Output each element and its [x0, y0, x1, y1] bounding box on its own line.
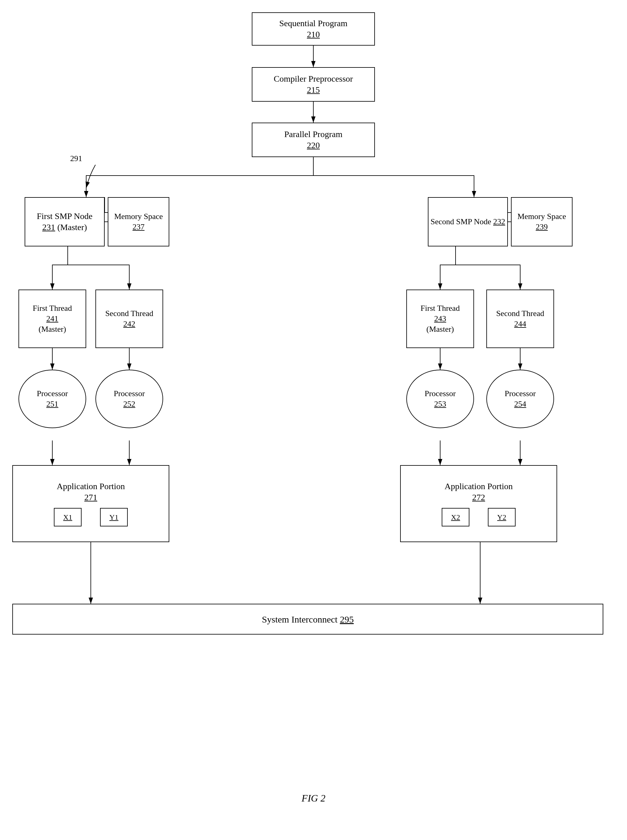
first-thread-241-sub: (Master)	[38, 324, 66, 335]
processor-254-id: 254	[514, 399, 526, 409]
x1-label: X1	[63, 513, 72, 522]
y1-label: Y1	[109, 513, 118, 522]
sequential-program-box: Sequential Program 210	[252, 12, 375, 46]
app-portion-272-box: Application Portion 272 X2 Y2	[400, 465, 557, 542]
processor-252-id: 252	[123, 399, 135, 409]
sequential-program-label: Sequential Program	[279, 18, 348, 29]
compiler-preprocessor-label: Compiler Preprocessor	[274, 73, 353, 84]
first-smp-node-id: 231 (Master)	[42, 222, 87, 233]
fig-label: FIG 2	[302, 793, 325, 804]
app-portion-271-label: Application Portion	[57, 481, 125, 492]
processor-253-id: 253	[434, 399, 446, 409]
memory-space-237-label: Memory Space	[114, 211, 163, 222]
first-thread-243-id: 243	[434, 314, 446, 324]
first-thread-241-box: First Thread 241 (Master)	[19, 289, 86, 348]
first-smp-node-box: First SMP Node 231 (Master)	[25, 197, 105, 246]
memory-space-237-id: 237	[133, 222, 145, 232]
app-portion-271-id: 271	[84, 492, 97, 503]
y2-box: Y2	[488, 508, 515, 526]
sequential-program-id: 210	[307, 29, 320, 40]
x1-box: X1	[54, 508, 82, 526]
second-thread-242-id: 242	[123, 319, 135, 329]
processor-251-label: Processor	[37, 388, 68, 399]
second-thread-244-label: Second Thread	[496, 308, 544, 319]
processor-254-ellipse: Processor 254	[486, 369, 554, 428]
processor-253-ellipse: Processor 253	[406, 369, 474, 428]
label-291: 291	[70, 154, 82, 163]
y1-box: Y1	[100, 508, 128, 526]
first-smp-node-label: First SMP Node	[37, 211, 92, 222]
second-thread-242-label: Second Thread	[105, 308, 153, 319]
second-thread-242-box: Second Thread 242	[95, 289, 163, 348]
processor-253-label: Processor	[424, 388, 455, 399]
memory-space-239-label: Memory Space	[517, 211, 566, 222]
second-thread-244-id: 244	[514, 319, 526, 329]
app-portion-271-box: Application Portion 271 X1 Y1	[12, 465, 169, 542]
first-thread-241-label: First Thread	[33, 303, 72, 314]
second-smp-node-label: Second SMP Node 232	[431, 216, 505, 227]
first-thread-241-id: 241	[46, 314, 58, 324]
first-thread-243-sub: (Master)	[426, 324, 454, 335]
processor-254-label: Processor	[504, 388, 536, 399]
parallel-program-id: 220	[307, 140, 320, 151]
system-interconnect-label: System Interconnect 295	[262, 613, 354, 625]
processor-251-id: 251	[46, 399, 58, 409]
parallel-program-label: Parallel Program	[284, 129, 343, 140]
system-interconnect-box: System Interconnect 295	[12, 604, 603, 635]
y2-label: Y2	[497, 513, 506, 522]
parallel-program-box: Parallel Program 220	[252, 123, 375, 157]
memory-space-239-box: Memory Space 239	[511, 197, 572, 246]
memory-space-237-box: Memory Space 237	[108, 197, 169, 246]
first-thread-243-box: First Thread 243 (Master)	[406, 289, 474, 348]
memory-space-239-id: 239	[536, 222, 548, 232]
second-smp-node-box: Second SMP Node 232	[428, 197, 508, 246]
compiler-preprocessor-box: Compiler Preprocessor 215	[252, 67, 375, 102]
app-portion-272-id: 272	[472, 492, 485, 503]
x2-box: X2	[442, 508, 469, 526]
processor-252-ellipse: Processor 252	[95, 369, 163, 428]
processor-251-ellipse: Processor 251	[19, 369, 86, 428]
compiler-preprocessor-id: 215	[307, 84, 320, 95]
diagram-container: Sequential Program 210 Compiler Preproce…	[0, 0, 627, 816]
x2-label: X2	[451, 513, 460, 522]
processor-252-label: Processor	[113, 388, 145, 399]
app-portion-272-label: Application Portion	[444, 481, 513, 492]
second-thread-244-box: Second Thread 244	[486, 289, 554, 348]
first-thread-243-label: First Thread	[421, 303, 460, 314]
